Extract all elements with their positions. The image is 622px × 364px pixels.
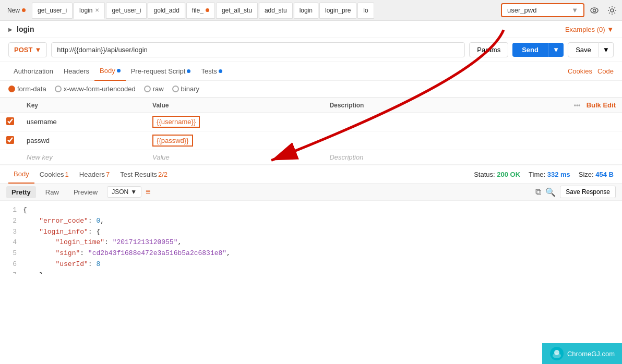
table-new-row: New key Value Description xyxy=(0,150,622,165)
row-1-value[interactable]: {{username}} xyxy=(152,116,200,128)
tab-pre-request[interactable]: Pre-request Script xyxy=(126,62,196,81)
send-arrow-button[interactable]: ▼ xyxy=(548,43,564,57)
method-dropdown[interactable]: POST ▼ xyxy=(8,42,47,57)
code-line-2: 2 "error_code": 0, xyxy=(6,216,616,227)
row-2-key[interactable]: passwd xyxy=(20,131,146,150)
code-text: { xyxy=(23,205,27,216)
format-icon[interactable]: ≡ xyxy=(146,187,150,197)
row-1-checkbox[interactable] xyxy=(6,117,14,125)
code-text: "error_code": 0, xyxy=(23,216,104,227)
col-key-header: Key xyxy=(20,98,146,113)
response-tab-tests[interactable]: Test Results 2/2 xyxy=(115,165,173,184)
line-num: 2 xyxy=(6,216,17,227)
row-2-value-cell: {{passwd}} xyxy=(146,131,323,150)
row-2-checkbox[interactable] xyxy=(6,136,14,144)
new-value-input[interactable]: Value xyxy=(146,150,323,165)
tab-login-pre[interactable]: login_pre xyxy=(319,2,356,19)
new-key-input[interactable]: New key xyxy=(20,150,146,165)
row-checkbox-cell xyxy=(0,113,20,131)
tab-add-stu[interactable]: add_stu xyxy=(259,2,293,19)
row-2-actions xyxy=(462,131,622,150)
sub-nav-label: Headers xyxy=(64,67,89,75)
bulk-edit-button[interactable]: Bulk Edit xyxy=(587,101,616,109)
time-label: Time: 332 ms xyxy=(529,171,570,178)
tab-tests[interactable]: Tests xyxy=(196,62,227,81)
radio-urlencoded[interactable]: x-www-form-urlencoded xyxy=(55,85,136,93)
params-table-section: Key Value Description ••• Bulk Edit user… xyxy=(0,98,622,165)
tab-get-all-stu[interactable]: get_all_stu xyxy=(216,2,258,19)
save-button[interactable]: Save xyxy=(568,42,599,57)
tab-login-2[interactable]: login xyxy=(294,2,318,19)
size-label: Size: 454 B xyxy=(579,171,614,178)
url-input[interactable] xyxy=(51,42,465,57)
svg-point-6 xyxy=(554,350,559,355)
response-tab-body[interactable]: Body xyxy=(8,165,34,184)
response-tab-label: Cookies xyxy=(40,171,64,178)
env-dropdown[interactable]: user_pwd ▼ xyxy=(501,3,584,17)
expand-icon[interactable]: ▶ xyxy=(8,27,13,32)
format-chevron-icon: ▼ xyxy=(130,188,137,196)
code-link[interactable]: Code xyxy=(597,67,614,75)
sub-nav: Authorization Headers Body Pre-request S… xyxy=(0,62,622,81)
row-1-actions xyxy=(462,113,622,131)
status-info: Status: 200 OK Time: 332 ms Size: 454 B xyxy=(474,171,614,178)
code-line-7: 7 } xyxy=(6,270,616,274)
tab-gold-add[interactable]: gold_add xyxy=(148,2,185,19)
response-bar: Body Cookies 1 Headers 7 Test Results 2/… xyxy=(0,165,622,184)
body-type-label: binary xyxy=(181,85,199,93)
code-tab-raw[interactable]: Raw xyxy=(40,186,64,198)
col-value-header: Value xyxy=(146,98,323,113)
row-1-key[interactable]: username xyxy=(20,113,146,131)
params-button[interactable]: Params xyxy=(469,42,508,57)
send-button[interactable]: Send xyxy=(512,43,548,57)
search-icon[interactable]: 🔍 xyxy=(545,187,556,197)
tab-new-dot xyxy=(22,8,26,12)
size-value: 454 B xyxy=(595,171,614,178)
response-tab-headers[interactable]: Headers 7 xyxy=(74,165,115,184)
tab-get-user-1[interactable]: get_user_i xyxy=(32,2,73,19)
col-actions-header: ••• Bulk Edit xyxy=(462,98,622,113)
tab-headers[interactable]: Headers xyxy=(58,62,94,81)
table-row: username {{username}} xyxy=(0,113,622,131)
code-text: "login_info": { xyxy=(23,227,100,238)
row-checkbox-cell xyxy=(0,131,20,150)
new-description-input[interactable]: Description xyxy=(323,150,461,165)
save-arrow-button[interactable]: ▼ xyxy=(599,42,614,57)
save-response-button[interactable]: Save Response xyxy=(560,186,616,198)
tab-file[interactable]: file_ xyxy=(186,2,215,19)
sub-nav-label: Authorization xyxy=(14,67,53,75)
response-tab-label: Headers xyxy=(79,171,105,178)
examples-link[interactable]: Examples (0) ▼ xyxy=(565,26,614,33)
code-tab-pretty[interactable]: Pretty xyxy=(6,186,36,198)
body-type-label: x-www-form-urlencoded xyxy=(64,85,136,93)
row-1-description[interactable] xyxy=(323,113,461,131)
radio-raw[interactable]: raw xyxy=(144,85,164,93)
format-dropdown[interactable]: JSON ▼ xyxy=(107,186,141,198)
radio-circle-binary xyxy=(172,86,179,92)
tab-body[interactable]: Body xyxy=(94,62,126,81)
code-text: "login_time": "20171213120055", xyxy=(23,237,182,248)
row-2-value[interactable]: {{passwd}} xyxy=(152,135,193,147)
code-tab-preview[interactable]: Preview xyxy=(68,186,103,198)
tab-get-user-2[interactable]: get_user_i xyxy=(106,2,147,19)
tab-login[interactable]: login ✕ xyxy=(74,2,105,19)
radio-binary[interactable]: binary xyxy=(172,85,199,93)
tab-label: login xyxy=(79,7,92,14)
code-text: "userId": 8 xyxy=(23,259,100,270)
svg-point-0 xyxy=(591,8,598,13)
tab-new-label: New xyxy=(7,7,20,14)
tab-lo[interactable]: lo xyxy=(357,2,374,19)
row-1-value-cell: {{username}} xyxy=(146,113,323,131)
tab-close-icon[interactable]: ✕ xyxy=(95,7,99,13)
radio-form-data[interactable]: form-data xyxy=(8,85,46,93)
eye-icon[interactable] xyxy=(587,3,602,18)
copy-icon[interactable]: ⧉ xyxy=(535,187,541,197)
cookies-link[interactable]: Cookies xyxy=(568,67,592,75)
tab-new[interactable]: New xyxy=(2,2,31,19)
tab-authorization[interactable]: Authorization xyxy=(8,62,58,81)
response-tab-cookies[interactable]: Cookies 1 xyxy=(34,165,74,184)
row-2-description[interactable] xyxy=(323,131,461,150)
settings-icon[interactable] xyxy=(604,3,620,18)
code-text: "sign": "cd2b43f1688e472e3a516b5a2c6831e… xyxy=(23,248,231,259)
tab-label: get_user_i xyxy=(38,7,67,14)
